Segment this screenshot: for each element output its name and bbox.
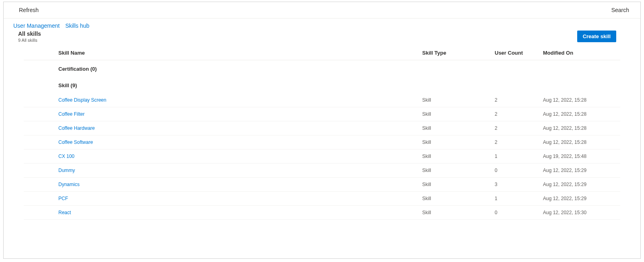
command-bar: Refresh Search (4, 2, 640, 18)
user-count-cell: 0 (491, 164, 540, 178)
skill-type-cell: Skill (419, 192, 491, 206)
skill-name-cell: Dynamics (55, 178, 419, 192)
table-header-row: Skill Name Skill Type User Count Modifie… (24, 46, 620, 60)
table-row[interactable]: PCFSkill1Aug 12, 2022, 15:29 (24, 192, 620, 206)
group-label: Certification (0) (55, 60, 620, 77)
skill-name-cell: Coffee Software (55, 135, 419, 149)
skill-link[interactable]: React (58, 210, 71, 215)
skill-name-cell: CX 100 (55, 149, 419, 164)
group-expand-cell[interactable] (24, 60, 55, 77)
modified-on-cell: Aug 12, 2022, 15:28 (540, 135, 620, 149)
table-row[interactable]: CX 100Skill1Aug 19, 2022, 15:48 (24, 149, 620, 164)
user-count-cell: 2 (491, 121, 540, 135)
user-count-cell: 0 (491, 206, 540, 220)
modified-on-cell: Aug 12, 2022, 15:29 (540, 164, 620, 178)
skill-type-cell: Skill (419, 206, 491, 220)
skill-link[interactable]: Coffee Filter (58, 111, 85, 117)
skill-type-cell: Skill (419, 178, 491, 192)
modified-on-cell: Aug 12, 2022, 15:28 (540, 107, 620, 121)
column-header-user-count[interactable]: User Count (491, 46, 540, 60)
user-count-cell: 3 (491, 178, 540, 192)
group-header[interactable]: Skill (9) (24, 77, 620, 93)
skill-link[interactable]: Coffee Software (58, 139, 93, 145)
user-count-cell: 2 (491, 135, 540, 149)
skill-name-cell: React (55, 206, 419, 220)
modified-on-cell: Aug 12, 2022, 15:30 (540, 206, 620, 220)
table-row[interactable]: DummySkill0Aug 12, 2022, 15:29 (24, 164, 620, 178)
skill-name-cell: PCF (55, 192, 419, 206)
column-header-modified[interactable]: Modified On (540, 46, 620, 60)
skill-type-cell: Skill (419, 164, 491, 178)
table-row[interactable]: Coffee SoftwareSkill2Aug 12, 2022, 15:28 (24, 135, 620, 149)
row-select-cell[interactable] (24, 192, 55, 206)
skill-name-cell: Dummy (55, 164, 419, 178)
modified-on-cell: Aug 19, 2022, 15:48 (540, 149, 620, 164)
column-header-type[interactable]: Skill Type (419, 46, 491, 60)
breadcrumb: User Management Skills hub (4, 18, 640, 31)
skill-type-cell: Skill (419, 135, 491, 149)
row-select-cell[interactable] (24, 107, 55, 121)
table-row[interactable]: Coffee FilterSkill2Aug 12, 2022, 15:28 (24, 107, 620, 121)
skills-grid: Skill Name Skill Type User Count Modifie… (4, 46, 640, 258)
breadcrumb-user-management[interactable]: User Management (13, 23, 60, 29)
column-header-select (24, 46, 55, 60)
user-count-cell: 2 (491, 107, 540, 121)
skill-type-cell: Skill (419, 107, 491, 121)
modified-on-cell: Aug 12, 2022, 15:28 (540, 93, 620, 107)
row-select-cell[interactable] (24, 178, 55, 192)
page-header: All skills 9 All skills Create skill (4, 31, 640, 46)
table-row[interactable]: ReactSkill0Aug 12, 2022, 15:30 (24, 206, 620, 220)
column-header-name[interactable]: Skill Name (55, 46, 419, 60)
group-expand-cell[interactable] (24, 77, 55, 93)
skill-type-cell: Skill (419, 149, 491, 164)
skill-link[interactable]: Dummy (58, 168, 75, 173)
search-button[interactable]: Search (608, 5, 632, 15)
skill-link[interactable]: CX 100 (58, 154, 74, 159)
skill-link[interactable]: PCF (58, 196, 68, 201)
create-skill-button[interactable]: Create skill (577, 31, 616, 42)
user-count-cell: 1 (491, 192, 540, 206)
skill-link[interactable]: Coffee Hardware (58, 125, 95, 131)
skill-type-cell: Skill (419, 93, 491, 107)
skill-type-cell: Skill (419, 121, 491, 135)
user-count-cell: 2 (491, 93, 540, 107)
row-select-cell[interactable] (24, 135, 55, 149)
table-row[interactable]: Coffee Display ScreenSkill2Aug 12, 2022,… (24, 93, 620, 107)
page-title: All skills (18, 31, 41, 37)
row-select-cell[interactable] (24, 93, 55, 107)
breadcrumb-skills-hub[interactable]: Skills hub (65, 23, 89, 29)
row-select-cell[interactable] (24, 206, 55, 220)
group-header[interactable]: Certification (0) (24, 60, 620, 77)
modified-on-cell: Aug 12, 2022, 15:29 (540, 178, 620, 192)
row-select-cell[interactable] (24, 164, 55, 178)
modified-on-cell: Aug 12, 2022, 15:28 (540, 121, 620, 135)
skill-name-cell: Coffee Display Screen (55, 93, 419, 107)
app-container: Refresh Search User Management Skills hu… (3, 2, 641, 259)
skill-name-cell: Coffee Hardware (55, 121, 419, 135)
skill-name-cell: Coffee Filter (55, 107, 419, 121)
page-subtitle: 9 All skills (18, 38, 41, 43)
table-row[interactable]: Coffee HardwareSkill2Aug 12, 2022, 15:28 (24, 121, 620, 135)
skill-link[interactable]: Dynamics (58, 182, 80, 187)
skill-link[interactable]: Coffee Display Screen (58, 97, 106, 103)
modified-on-cell: Aug 12, 2022, 15:29 (540, 192, 620, 206)
row-select-cell[interactable] (24, 149, 55, 164)
row-select-cell[interactable] (24, 121, 55, 135)
group-label: Skill (9) (55, 77, 620, 93)
refresh-button[interactable]: Refresh (16, 5, 42, 15)
user-count-cell: 1 (491, 149, 540, 164)
table-row[interactable]: DynamicsSkill3Aug 12, 2022, 15:29 (24, 178, 620, 192)
